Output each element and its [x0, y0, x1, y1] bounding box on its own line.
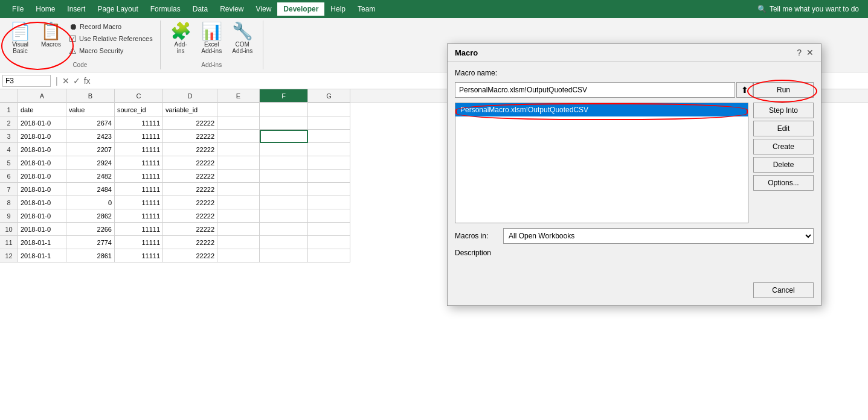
macro-dialog: Macro ? ✕ Macro name: ⬆ Run [447, 43, 821, 306]
dialog-body: Macro name: ⬆ Run PersonalMacro.xlsm!Out… [448, 62, 821, 305]
browse-button[interactable]: ⬆ [736, 82, 753, 98]
description-label: Description [455, 249, 814, 257]
run-button[interactable]: Run [753, 82, 814, 98]
macro-list-item[interactable]: PersonalMacro.xlsm!OutputQuotedCSV [455, 103, 748, 116]
macros-in-row: Macros in: All Open Workbooks [455, 228, 814, 244]
dialog-overlay: Macro ? ✕ Macro name: ⬆ Run [0, 0, 868, 420]
delete-button[interactable]: Delete [753, 157, 814, 173]
dialog-list-area: PersonalMacro.xlsm!OutputQuotedCSV Step … [455, 103, 814, 223]
macro-name-row: Macro name: [455, 69, 814, 77]
macros-in-select[interactable]: All Open Workbooks [503, 228, 814, 244]
macro-name-input-area: ⬆ [455, 82, 753, 98]
create-button[interactable]: Create [753, 139, 814, 154]
edit-button[interactable]: Edit [753, 121, 814, 136]
cancel-button[interactable]: Cancel [753, 282, 814, 298]
dialog-side-buttons: Step Into Edit Create Delete Options... [753, 103, 814, 223]
cancel-row: Cancel [455, 282, 814, 298]
macro-list[interactable]: PersonalMacro.xlsm!OutputQuotedCSV [455, 103, 748, 223]
macro-name-label: Macro name: [455, 69, 515, 77]
dialog-title-actions: ? ✕ [797, 48, 814, 57]
macro-name-input[interactable] [455, 82, 735, 98]
dialog-action-buttons: Run [753, 82, 814, 98]
options-button[interactable]: Options... [753, 175, 814, 191]
description-area [455, 259, 814, 278]
step-into-button[interactable]: Step Into [753, 103, 814, 118]
dialog-title-bar: Macro ? ✕ [448, 44, 821, 62]
dialog-close-icon[interactable]: ✕ [806, 48, 814, 57]
macro-name-input-row: ⬆ Run [455, 82, 814, 98]
dialog-help-icon[interactable]: ? [797, 48, 802, 57]
dialog-title: Macro [455, 48, 478, 57]
macros-in-label: Macros in: [455, 232, 503, 240]
